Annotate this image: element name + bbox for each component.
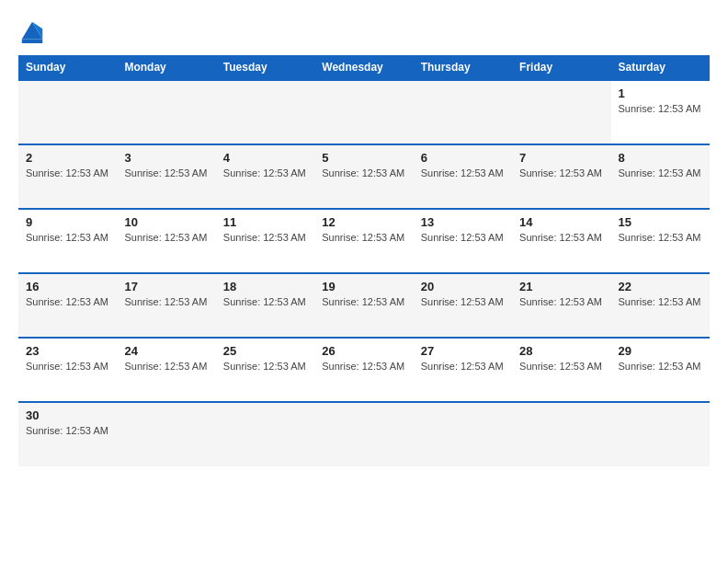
day-number: 8 [619, 151, 702, 165]
calendar-cell: 8Sunrise: 12:53 AM [611, 144, 710, 209]
calendar-cell [117, 80, 215, 144]
day-number: 18 [223, 280, 307, 293]
day-number: 25 [223, 344, 307, 358]
calendar-week-row: 1Sunrise: 12:53 AM [18, 80, 710, 144]
day-number: 26 [322, 344, 405, 358]
day-number: 6 [421, 151, 505, 165]
calendar-week-row: 30Sunrise: 12:53 AM [18, 402, 710, 466]
day-number: 4 [223, 151, 307, 165]
day-number: 14 [519, 215, 603, 229]
day-number: 2 [26, 151, 109, 165]
calendar-week-row: 9Sunrise: 12:53 AM10Sunrise: 12:53 AM11S… [18, 209, 710, 273]
day-number: 12 [322, 215, 405, 229]
day-number: 10 [124, 215, 208, 229]
calendar-cell: 27Sunrise: 12:53 AM [414, 338, 512, 402]
day-number: 15 [619, 215, 702, 229]
calendar-cell [611, 402, 710, 466]
day-number: 22 [619, 280, 702, 293]
calendar-cell: 14Sunrise: 12:53 AM [512, 209, 610, 273]
day-info: Sunrise: 12:53 AM [26, 232, 108, 243]
day-info: Sunrise: 12:53 AM [26, 167, 108, 178]
day-number: 5 [322, 151, 405, 165]
day-info: Sunrise: 12:53 AM [421, 296, 504, 307]
calendar-cell: 12Sunrise: 12:53 AM [314, 209, 413, 273]
day-info: Sunrise: 12:53 AM [26, 425, 108, 436]
calendar-cell: 22Sunrise: 12:53 AM [611, 273, 710, 338]
weekday-header-wednesday: Wednesday [314, 55, 413, 80]
day-number: 20 [421, 280, 505, 293]
calendar-week-row: 23Sunrise: 12:53 AM24Sunrise: 12:53 AM25… [18, 338, 710, 402]
calendar-cell: 17Sunrise: 12:53 AM [117, 273, 215, 338]
day-info: Sunrise: 12:53 AM [519, 167, 602, 178]
calendar-cell [414, 402, 512, 466]
day-info: Sunrise: 12:53 AM [26, 296, 108, 307]
day-number: 30 [26, 408, 109, 422]
calendar-cell: 2Sunrise: 12:53 AM [18, 144, 117, 209]
day-number: 27 [421, 344, 505, 358]
weekday-header-monday: Monday [117, 55, 215, 80]
calendar-cell: 5Sunrise: 12:53 AM [314, 144, 413, 209]
calendar-cell: 28Sunrise: 12:53 AM [512, 338, 610, 402]
day-info: Sunrise: 12:53 AM [322, 361, 404, 372]
calendar-cell: 9Sunrise: 12:53 AM [18, 209, 117, 273]
day-info: Sunrise: 12:53 AM [421, 167, 504, 178]
calendar-cell: 19Sunrise: 12:53 AM [314, 273, 413, 338]
calendar-cell: 15Sunrise: 12:53 AM [611, 209, 710, 273]
calendar-cell [216, 402, 314, 466]
weekday-header-tuesday: Tuesday [216, 55, 314, 80]
calendar-cell [512, 402, 610, 466]
day-info: Sunrise: 12:53 AM [322, 232, 404, 243]
calendar-cell: 21Sunrise: 12:53 AM [512, 273, 610, 338]
calendar-cell: 18Sunrise: 12:53 AM [216, 273, 314, 338]
day-info: Sunrise: 12:53 AM [519, 361, 602, 372]
day-info: Sunrise: 12:53 AM [619, 232, 701, 243]
calendar-cell: 3Sunrise: 12:53 AM [117, 144, 215, 209]
day-number: 13 [421, 215, 505, 229]
day-info: Sunrise: 12:53 AM [322, 296, 404, 307]
calendar-cell: 25Sunrise: 12:53 AM [216, 338, 314, 402]
day-info: Sunrise: 12:53 AM [124, 232, 207, 243]
weekday-header-sunday: Sunday [18, 55, 117, 80]
day-info: Sunrise: 12:53 AM [619, 103, 701, 114]
day-info: Sunrise: 12:53 AM [223, 167, 306, 178]
calendar-cell: 20Sunrise: 12:53 AM [414, 273, 512, 338]
calendar-cell: 6Sunrise: 12:53 AM [414, 144, 512, 209]
page-header [18, 18, 710, 46]
day-info: Sunrise: 12:53 AM [124, 361, 207, 372]
calendar-cell: 24Sunrise: 12:53 AM [117, 338, 215, 402]
day-info: Sunrise: 12:53 AM [619, 361, 701, 372]
svg-rect-2 [22, 40, 43, 44]
day-number: 19 [322, 280, 405, 293]
day-info: Sunrise: 12:53 AM [519, 232, 602, 243]
day-info: Sunrise: 12:53 AM [223, 361, 306, 372]
logo-icon [18, 18, 46, 46]
day-number: 11 [223, 215, 307, 229]
weekday-header-friday: Friday [512, 55, 610, 80]
calendar-cell [18, 80, 117, 144]
calendar-cell: 13Sunrise: 12:53 AM [414, 209, 512, 273]
calendar-table: SundayMondayTuesdayWednesdayThursdayFrid… [18, 55, 710, 466]
day-number: 9 [26, 215, 109, 229]
day-info: Sunrise: 12:53 AM [223, 232, 306, 243]
day-number: 28 [519, 344, 603, 358]
calendar-cell [117, 402, 215, 466]
calendar-cell: 29Sunrise: 12:53 AM [611, 338, 710, 402]
day-number: 3 [124, 151, 208, 165]
day-info: Sunrise: 12:53 AM [619, 296, 701, 307]
day-number: 16 [26, 280, 109, 293]
calendar-week-row: 2Sunrise: 12:53 AM3Sunrise: 12:53 AM4Sun… [18, 144, 710, 209]
day-number: 17 [124, 280, 208, 293]
weekday-header-row: SundayMondayTuesdayWednesdayThursdayFrid… [18, 55, 710, 80]
calendar-cell [414, 80, 512, 144]
day-info: Sunrise: 12:53 AM [619, 167, 701, 178]
day-number: 7 [519, 151, 603, 165]
day-info: Sunrise: 12:53 AM [124, 167, 207, 178]
day-number: 21 [519, 280, 603, 293]
day-info: Sunrise: 12:53 AM [26, 361, 108, 372]
day-info: Sunrise: 12:53 AM [124, 296, 207, 307]
day-number: 23 [26, 344, 109, 358]
calendar-cell [512, 80, 610, 144]
calendar-cell: 16Sunrise: 12:53 AM [18, 273, 117, 338]
day-number: 1 [619, 86, 702, 100]
calendar-cell: 11Sunrise: 12:53 AM [216, 209, 314, 273]
